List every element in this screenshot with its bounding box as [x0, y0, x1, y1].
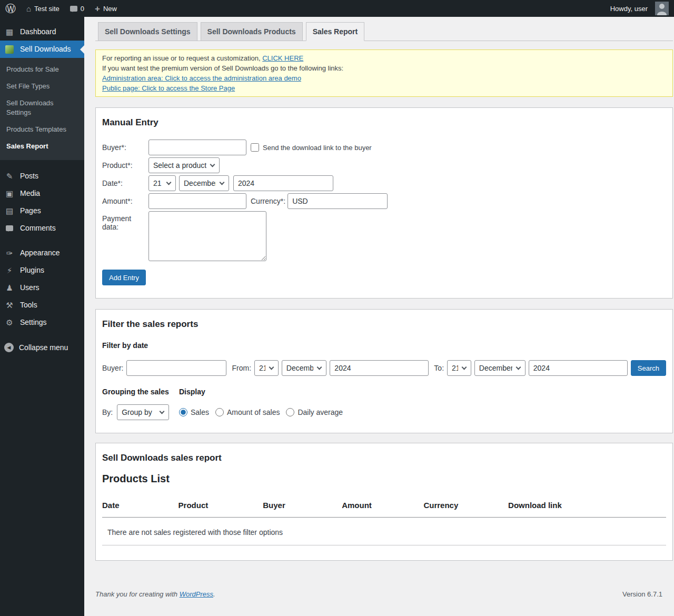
sidebar-item-comments[interactable]: Comments [0, 220, 84, 237]
group-by-wrap: By: Group by [102, 404, 179, 420]
new-label: New [103, 5, 117, 13]
sidebar-item-label: Media [20, 189, 40, 198]
table-row: There are not sales registered with thos… [102, 518, 666, 545]
filter-buyer-input[interactable] [126, 360, 226, 376]
plus-icon: + [95, 4, 100, 13]
my-account-link[interactable]: Howdy, user [605, 0, 674, 17]
sidebar-item-appearance[interactable]: ✑ Appearance [0, 244, 84, 262]
sidebar-item-media[interactable]: ▣ Media [0, 185, 84, 202]
amount-input[interactable] [148, 193, 246, 209]
media-icon: ▣ [4, 189, 15, 198]
plugins-icon: ⚡ [4, 266, 15, 275]
to-month-select[interactable]: December [474, 360, 526, 376]
menu-separator [0, 237, 84, 244]
currency-input[interactable] [288, 193, 388, 209]
notice-line-4: Public page: Click to access the Store P… [102, 83, 666, 93]
footer-thanks: Thank you for creating with WordPress. [95, 590, 215, 598]
from-month-select-wrap: December [282, 360, 326, 376]
product-select-wrap: Select a product [148, 157, 220, 173]
submenu-item-products-templates[interactable]: Products Templates [0, 121, 84, 138]
tab-bar: Sell Downloads Settings Sell Downloads P… [95, 22, 673, 41]
comments-count: 0 [81, 5, 84, 13]
sidebar-item-label: Comments [20, 224, 56, 233]
date-year-input[interactable] [233, 175, 333, 191]
column-header-download-link: Download link [508, 496, 666, 518]
from-day-select[interactable]: 21 [254, 360, 279, 376]
radio-sales-label[interactable]: Sales [179, 408, 209, 416]
tab-sales-report[interactable]: Sales Report [306, 22, 365, 41]
menu-separator [0, 160, 84, 167]
sidebar-item-collapse-menu[interactable]: ◀ Collapse menu [0, 339, 84, 356]
sales-radio[interactable] [179, 408, 187, 416]
from-year-input[interactable] [330, 360, 429, 376]
group-by-select[interactable]: Group by [117, 404, 169, 420]
submenu-item-products-for-sale[interactable]: Products for Sale [0, 61, 84, 78]
to-year-input[interactable] [529, 360, 628, 376]
pages-icon: ▤ [4, 206, 15, 215]
site-name-link[interactable]: ⌂ Test site [21, 0, 65, 17]
sidebar-item-sell-downloads[interactable]: Sell Downloads [0, 41, 84, 58]
send-link-checkbox-label[interactable]: Send the download link to the buyer [251, 143, 372, 152]
tools-icon: ⚒ [4, 301, 15, 310]
date-month-select[interactable]: December [179, 175, 229, 191]
wordpress-logo-link[interactable]: Ⓦ [0, 0, 21, 17]
buyer-input[interactable] [148, 140, 246, 155]
tab-sell-downloads-products[interactable]: Sell Downloads Products [201, 22, 303, 41]
click-here-link[interactable]: CLICK HERE [262, 54, 303, 62]
grouping-row: By: Group by Sales Amount of sales Daily… [102, 404, 666, 420]
sidebar-item-users[interactable]: ♟ Users [0, 279, 84, 296]
filter-buyer-label: Buyer: [102, 364, 123, 372]
howdy-label: Howdy, user [610, 5, 648, 13]
search-button[interactable]: Search [631, 360, 666, 376]
radio-amount-of-sales-label[interactable]: Amount of sales [215, 408, 280, 416]
manual-entry-title: Manual Entry [102, 117, 666, 128]
sidebar-item-posts[interactable]: ✎ Posts [0, 167, 84, 185]
products-list-heading: Products List [102, 473, 666, 485]
filter-title: Filter the sales reports [102, 319, 666, 330]
comments-link[interactable]: 0 [65, 0, 90, 17]
sidebar-item-tools[interactable]: ⚒ Tools [0, 296, 84, 314]
add-entry-button[interactable]: Add Entry [102, 270, 146, 285]
amount-label: Amount*: [102, 197, 148, 205]
sidebar-item-plugins[interactable]: ⚡ Plugins [0, 262, 84, 279]
comments-icon [4, 224, 15, 233]
product-select[interactable]: Select a product [148, 157, 220, 173]
grouping-headings: Grouping the sales Display [102, 388, 666, 396]
sidebar-item-settings[interactable]: ⚙ Settings [0, 314, 84, 331]
amount-of-sales-radio[interactable] [215, 408, 224, 416]
payment-data-row: Payment data: [102, 211, 666, 261]
wordpress-link[interactable]: WordPress [180, 590, 213, 598]
submenu-item-sales-report[interactable]: Sales Report [0, 138, 84, 155]
currency-label: Currency*: [251, 197, 285, 205]
filter-panel: Filter the sales reports Filter by date … [95, 309, 673, 433]
daily-average-radio[interactable] [286, 408, 294, 416]
date-month-select-wrap: December [179, 175, 229, 191]
new-content-link[interactable]: + New [90, 0, 122, 17]
column-header-date: Date [102, 496, 179, 518]
notice-line-2: If you want test the premium version of … [102, 63, 666, 73]
sidebar-item-label: Plugins [20, 266, 44, 275]
date-label: Date*: [102, 179, 148, 187]
to-label: To: [434, 364, 444, 372]
submenu-item-set-file-types[interactable]: Set File Types [0, 78, 84, 95]
sales-report-table: Date Product Buyer Amount Currency Downl… [102, 496, 666, 545]
table-header-row: Date Product Buyer Amount Currency Downl… [102, 496, 666, 518]
sidebar-item-dashboard[interactable]: ▦ Dashboard [0, 23, 84, 41]
payment-data-textarea[interactable] [148, 211, 266, 261]
to-day-select[interactable]: 21 [447, 360, 471, 376]
from-month-select[interactable]: December [282, 360, 326, 376]
tab-sell-downloads-settings[interactable]: Sell Downloads Settings [98, 22, 197, 41]
settings-icon: ⚙ [4, 318, 15, 327]
radio-daily-average-label[interactable]: Daily average [286, 408, 343, 416]
send-link-checkbox[interactable] [251, 143, 259, 152]
sidebar-item-pages[interactable]: ▤ Pages [0, 202, 84, 220]
site-name-label: Test site [34, 5, 60, 13]
filter-date-row: Buyer: From: 21 December To: 21 December [102, 360, 666, 376]
submenu-item-sell-downloads-settings[interactable]: Sell Downloads Settings [0, 95, 84, 121]
store-page-link[interactable]: Public page: Click to access the Store P… [102, 84, 235, 92]
administration-demo-link[interactable]: Administration area: Click to access the… [102, 74, 301, 82]
from-label: From: [232, 364, 251, 372]
date-day-select[interactable]: 21 [148, 175, 176, 191]
group-by-select-wrap: Group by [117, 404, 169, 420]
sidebar-item-label: Users [20, 283, 39, 292]
